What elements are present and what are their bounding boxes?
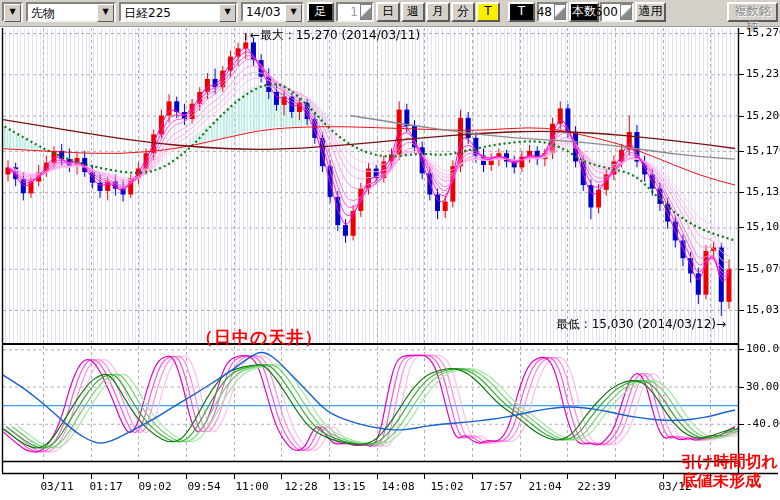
ceiling-note-annotation: （日中の天井）	[196, 326, 322, 349]
period-day-button[interactable]: 日	[376, 2, 400, 22]
multi-symbol-button[interactable]: 複数銘柄	[727, 2, 778, 22]
contract-month-value: 14/03	[246, 5, 281, 19]
spinner-icon[interactable]	[360, 4, 372, 20]
period-week-button[interactable]: 週	[401, 2, 425, 22]
bar-count-value: 500	[595, 5, 618, 19]
price-chart-canvas[interactable]	[0, 26, 780, 500]
toolbar: ▼ 先物 ▼ 日経225 ▼ 14/03 ▼ 足 1 日 週 月 分 T T 4…	[0, 0, 780, 27]
chevron-down-icon[interactable]: ▼	[97, 4, 114, 22]
period-tick-button[interactable]: T	[476, 2, 500, 22]
tick-count-value: 48	[537, 5, 552, 19]
instrument-type-value: 先物	[31, 5, 55, 22]
mini-dropdown[interactable]: ▼	[2, 2, 23, 22]
period-month-button[interactable]: 月	[426, 2, 450, 22]
contract-month-select[interactable]: 14/03 ▼	[241, 2, 304, 22]
tick-label-button[interactable]: T	[508, 2, 535, 22]
min-price-annotation: 最低 : 15,030 (2014/03/12)→	[556, 316, 726, 333]
tick-count-spinner[interactable]: 48	[537, 2, 568, 22]
instrument-type-select[interactable]: 先物 ▼	[26, 2, 116, 22]
interval-value: 1	[350, 5, 358, 19]
bar-type-button[interactable]: 足	[307, 2, 334, 22]
symbol-select[interactable]: 日経225 ▼	[119, 2, 238, 22]
timeout-note-annotation: 引け時間切れ 底値未形成	[681, 452, 778, 490]
chevron-down-icon[interactable]: ▼	[4, 4, 21, 22]
bar-count-spinner[interactable]: 500	[600, 2, 634, 22]
timeout-note-line2: 底値未形成	[681, 471, 778, 490]
timeout-note-line1: 引け時間切れ	[681, 452, 778, 471]
period-minute-button[interactable]: 分	[451, 2, 475, 22]
chevron-down-icon[interactable]: ▼	[285, 4, 302, 22]
chart-application-window: ▼ 先物 ▼ 日経225 ▼ 14/03 ▼ 足 1 日 週 月 分 T T 4…	[0, 0, 780, 500]
apply-button[interactable]: 適用	[635, 2, 666, 22]
chevron-down-icon[interactable]: ▼	[219, 4, 236, 22]
symbol-value: 日経225	[124, 5, 171, 22]
max-price-annotation: ←最大 : 15,270 (2014/03/11)	[250, 27, 420, 44]
spinner-icon[interactable]	[554, 4, 566, 20]
interval-spinner[interactable]: 1	[336, 2, 374, 22]
spinner-icon[interactable]	[620, 4, 632, 20]
